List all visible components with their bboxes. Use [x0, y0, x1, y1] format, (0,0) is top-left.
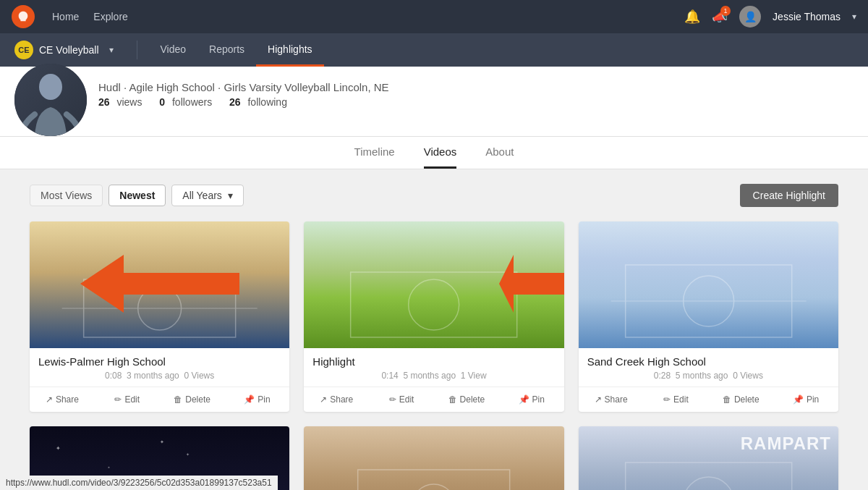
url-bar: https://www.hudl.com/video/3/9223256/5c0…	[0, 476, 278, 490]
video-title: Highlight	[312, 355, 555, 368]
sub-nav-links: Video Reports Highlights	[149, 33, 324, 67]
followers-stat: 0 followers	[159, 96, 212, 108]
pin-icon: 📌	[519, 394, 529, 405]
video-card-body: Sand Creek High School 0:28 5 months ago…	[579, 348, 838, 381]
profile-info: Hudl · Agile High School · Girls Varsity…	[98, 78, 854, 117]
tab-about[interactable]: About	[485, 137, 514, 169]
sub-nav-brand: CE CE Volleyball ▾	[14, 41, 125, 59]
video-card-body: Lewis-Palmer High School 0:08 3 months a…	[30, 348, 289, 381]
all-years-dropdown[interactable]: All Years ▾	[171, 185, 243, 206]
share-icon: ↗	[46, 394, 53, 405]
dropdown-chevron-icon: ▾	[228, 190, 233, 201]
toolbar: Most Views Newest All Years ▾ Create Hig…	[30, 184, 838, 207]
video-actions: ↗ Share ✏ Edit 🗑 Delete 📌 Pin	[30, 386, 289, 412]
video-grid: Lewis-Palmer High School 0:08 3 months a…	[30, 221, 838, 490]
nav-home[interactable]: Home	[52, 11, 79, 22]
profile-tabs: Timeline Videos About	[0, 137, 868, 169]
pin-button[interactable]: 📌 Pin	[773, 392, 838, 407]
user-name: Jessie Thomas	[773, 11, 841, 22]
edit-button[interactable]: ✏ Edit	[644, 392, 709, 407]
pin-icon: 📌	[793, 394, 804, 405]
notification-badge: 1	[720, 6, 731, 16]
svg-marker-7	[499, 255, 564, 313]
app-logo	[12, 5, 35, 28]
avatar: 👤	[739, 6, 761, 28]
create-highlight-button[interactable]: Create Highlight	[740, 184, 838, 207]
video-thumbnail[interactable]: RAMPART	[579, 426, 838, 490]
newest-button[interactable]: Newest	[109, 185, 166, 206]
following-stat: 26 following	[229, 96, 287, 108]
edit-icon: ✏	[114, 394, 122, 405]
views-stat: 26 views	[98, 96, 142, 108]
profile-avatar	[14, 64, 87, 136]
top-nav-right: 🔔 📣 1 👤 Jessie Thomas ▾	[684, 6, 856, 28]
tab-videos[interactable]: Videos	[424, 137, 457, 169]
share-button[interactable]: ↗ Share	[304, 392, 369, 407]
svg-point-13	[683, 477, 733, 490]
svg-point-6	[409, 279, 459, 330]
svg-point-0	[39, 74, 62, 100]
video-actions: ↗ Share ✏ Edit 🗑 Delete 📌 Pin	[579, 386, 838, 412]
subnav-highlights[interactable]: Highlights	[256, 33, 323, 67]
edit-icon: ✏	[663, 394, 671, 405]
delete-button[interactable]: 🗑 Delete	[708, 392, 773, 407]
video-meta: 0:28 5 months ago 0 Views	[587, 371, 830, 381]
sub-nav-divider	[137, 41, 137, 59]
video-card-body: Highlight 0:14 5 months ago 1 View	[304, 348, 563, 381]
tab-timeline[interactable]: Timeline	[354, 137, 395, 169]
video-card: Sand Creek High School 0:28 5 months ago…	[579, 221, 838, 412]
svg-rect-5	[351, 272, 517, 337]
delete-button[interactable]: 🗑 Delete	[434, 392, 499, 407]
trash-icon: 🗑	[448, 394, 457, 405]
video-card: ↗ Share ✏ Edit 🗑 Delete 📌 Pin	[304, 426, 563, 490]
profile-stats: 26 views 0 followers 26 following	[98, 96, 854, 108]
pin-button[interactable]: 📌 Pin	[224, 392, 289, 407]
edit-icon: ✏	[389, 394, 396, 405]
chevron-down-icon[interactable]: ▾	[852, 12, 856, 22]
bell-icon: 🔔	[684, 9, 700, 24]
top-nav: Home Explore 🔔 📣 1 👤 Jessie Thomas ▾	[0, 0, 868, 33]
share-button[interactable]: ↗ Share	[579, 392, 644, 407]
pin-icon: 📌	[244, 394, 255, 405]
svg-point-11	[412, 484, 456, 490]
all-years-label: All Years	[182, 190, 221, 201]
video-meta: 0:08 3 months ago 0 Views	[38, 371, 281, 381]
most-views-button[interactable]: Most Views	[30, 185, 103, 206]
video-card: Lewis-Palmer High School 0:08 3 months a…	[30, 221, 289, 412]
video-title: Sand Creek High School	[587, 355, 830, 368]
edit-button[interactable]: ✏ Edit	[95, 392, 160, 407]
share-icon: ↗	[320, 394, 327, 405]
delete-button[interactable]: 🗑 Delete	[160, 392, 225, 407]
video-thumbnail[interactable]	[579, 221, 838, 348]
svg-rect-12	[625, 462, 791, 490]
video-card: RAMPART Rampart ↗ Share ✏ Edit 🗑 Delete …	[579, 426, 838, 490]
notifications-bell-button[interactable]: 🔔	[684, 9, 700, 25]
pin-button[interactable]: 📌 Pin	[499, 392, 564, 407]
video-title: Lewis-Palmer High School	[38, 355, 281, 368]
nav-explore[interactable]: Explore	[93, 11, 127, 22]
trash-icon: 🗑	[723, 394, 731, 405]
video-thumbnail[interactable]	[30, 221, 289, 348]
share-button[interactable]: ↗ Share	[30, 392, 95, 407]
brand-name: CE Volleyball	[39, 44, 99, 56]
brand-chevron-icon[interactable]: ▾	[109, 45, 114, 55]
content-area: Most Views Newest All Years ▾ Create Hig…	[18, 169, 850, 490]
svg-rect-10	[358, 470, 510, 490]
messages-button[interactable]: 📣 1	[712, 9, 728, 25]
brand-icon: CE	[14, 41, 33, 59]
video-card: Highlight 0:14 5 months ago 1 View ↗ Sha…	[304, 221, 563, 412]
video-actions: ↗ Share ✏ Edit 🗑 Delete 📌 Pin	[304, 386, 563, 412]
top-nav-links: Home Explore	[52, 11, 667, 22]
arrow-partial	[499, 255, 564, 316]
video-thumbnail[interactable]	[304, 221, 563, 348]
sub-nav: CE CE Volleyball ▾ Video Reports Highlig…	[0, 33, 868, 67]
profile-title: Hudl · Agile High School · Girls Varsity…	[98, 81, 854, 93]
subnav-video[interactable]: Video	[149, 33, 198, 67]
trash-icon: 🗑	[174, 394, 182, 405]
profile-header: Hudl · Agile High School · Girls Varsity…	[0, 67, 868, 137]
video-thumbnail[interactable]	[304, 426, 563, 490]
subnav-reports[interactable]: Reports	[197, 33, 256, 67]
edit-button[interactable]: ✏ Edit	[369, 392, 434, 407]
share-icon: ↗	[595, 394, 602, 405]
video-meta: 0:14 5 months ago 1 View	[312, 371, 555, 381]
